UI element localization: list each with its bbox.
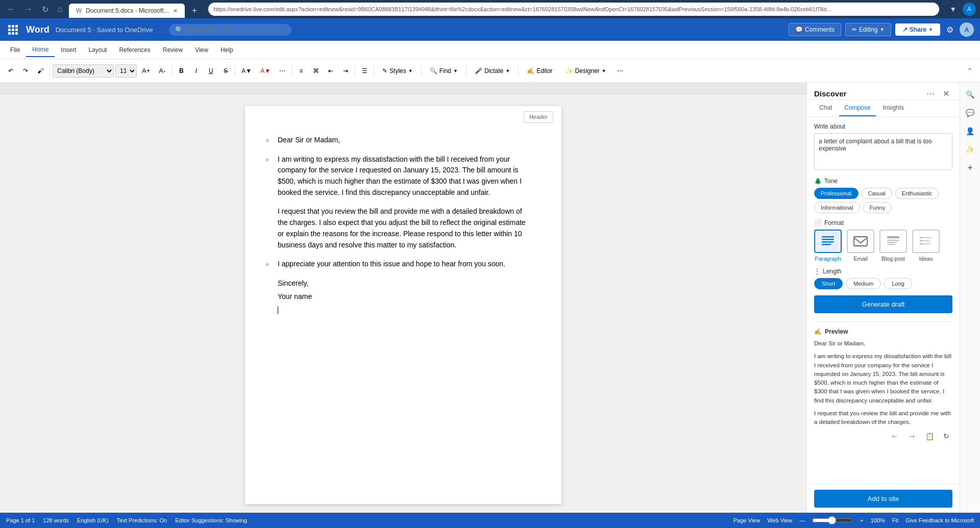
pencil-icon: ✏ (852, 26, 857, 33)
format-email[interactable]: Email (847, 230, 874, 262)
tab-help[interactable]: Help (214, 43, 239, 57)
browser-tab-active[interactable]: W Document 5.docx - Microsoft... ✕ (69, 4, 185, 18)
tab-review[interactable]: Review (157, 43, 189, 57)
discover-more-btn[interactable]: ⋯ (923, 88, 938, 99)
format-blogpost[interactable]: Blog post (879, 230, 907, 262)
font-color-btn[interactable]: A▼ (257, 64, 274, 78)
svg-rect-4 (854, 237, 867, 246)
doc-text-3: I request that you review the bill and p… (278, 207, 526, 248)
browser-profile-btn[interactable]: A (963, 3, 976, 16)
tone-chip-funny[interactable]: Funny (863, 202, 892, 213)
diamond-icon-4: ◆ (265, 260, 270, 268)
toolbar-sep-6 (374, 66, 374, 76)
browser-back-btn[interactable]: ← (4, 3, 18, 16)
numbered-btn[interactable]: ⌘ (309, 64, 323, 78)
preview-copy-btn[interactable]: 📋 (922, 431, 937, 441)
tone-chip-professional[interactable]: Professional (814, 188, 859, 199)
toolbar-more-right-btn[interactable]: ⋯ (614, 64, 627, 78)
font-increase-btn[interactable]: A+ (138, 64, 154, 78)
browser-forward-btn[interactable]: → (21, 3, 36, 16)
browser-home-btn[interactable]: ⌂ (55, 3, 66, 16)
font-size-select[interactable]: 11 (115, 64, 137, 78)
underline-btn[interactable]: U (204, 64, 217, 78)
share-btn[interactable]: ↗ Share ▼ (895, 23, 940, 36)
format-ideas[interactable]: Ideas (912, 230, 940, 262)
dictate-btn[interactable]: 🎤 Dictate ▼ (469, 64, 516, 78)
doc-paragraph-2: ◆ I am writing to express my dissatisfac… (278, 154, 529, 198)
preview-next-btn[interactable]: → (905, 431, 919, 442)
tone-chip-casual[interactable]: Casual (862, 188, 892, 199)
generate-draft-btn[interactable]: Generate draft (814, 295, 952, 313)
tab-close-icon[interactable]: ✕ (173, 8, 178, 14)
highlight-btn[interactable]: A▼ (238, 64, 255, 78)
designer-btn[interactable]: ✨ Designer ▼ (560, 64, 612, 78)
strikethrough-btn[interactable]: S (219, 64, 232, 78)
bold-btn[interactable]: B (175, 64, 188, 78)
rs-search-icon[interactable]: 🔍 (963, 87, 978, 102)
document-area[interactable]: Header ◆ Dear Sir or Madam, ◆ I am writi… (0, 83, 806, 513)
align-btn[interactable]: ☰ (358, 64, 371, 78)
feedback-btn[interactable]: Give Feedback to Microsoft (905, 517, 974, 523)
tab-home[interactable]: Home (26, 43, 55, 57)
preview-prev-btn[interactable]: ← (888, 431, 902, 442)
undo-btn[interactable]: ↶ (4, 64, 17, 78)
styles-btn[interactable]: ✎ Styles ▼ (377, 64, 419, 78)
tab-file[interactable]: File (4, 43, 26, 57)
tab-chat[interactable]: Chat (814, 100, 837, 116)
bullets-btn[interactable]: ≡ (295, 64, 308, 78)
add-to-site-btn[interactable]: Add to site (814, 490, 952, 508)
font-decrease-btn[interactable]: A- (155, 64, 169, 78)
editing-btn[interactable]: ✏ Editing ▼ (845, 23, 891, 36)
browser-tab-new[interactable]: + (188, 4, 202, 18)
waffle-icon[interactable] (6, 23, 20, 37)
comments-btn[interactable]: 💬 Comments (789, 23, 841, 36)
user-avatar[interactable]: A (960, 22, 974, 37)
format-painter-btn[interactable]: 🖌 (34, 64, 47, 78)
toolbar-more-btn[interactable]: ⋯ (276, 64, 289, 78)
tone-chip-enthusiastic[interactable]: Enthusiastic (895, 188, 939, 199)
toolbar-sep-3 (235, 66, 235, 76)
zoom-plus-btn[interactable]: + (860, 517, 863, 523)
svg-rect-3 (822, 244, 831, 245)
tab-insights[interactable]: Insights (878, 100, 909, 116)
preview-refresh-btn[interactable]: ↻ (940, 431, 952, 441)
search-input[interactable] (186, 26, 268, 33)
length-chip-short[interactable]: Short (814, 278, 843, 289)
rs-star-icon[interactable]: ✨ (963, 142, 978, 157)
rs-comment-icon[interactable]: 💬 (963, 105, 978, 120)
tab-references[interactable]: References (113, 43, 156, 57)
fit-btn[interactable]: Fit (892, 517, 898, 523)
zoom-minus-btn[interactable]: — (799, 517, 805, 523)
view-web-btn[interactable]: Web View (767, 517, 792, 523)
tab-insert[interactable]: Insert (55, 43, 82, 57)
rs-user-icon[interactable]: 👤 (963, 123, 978, 139)
browser-extensions-btn[interactable]: ▼ (946, 3, 960, 15)
find-btn[interactable]: 🔍 Find ▼ (424, 64, 463, 78)
cursor-line[interactable] (278, 306, 529, 315)
ribbon-search[interactable]: 🔍 (169, 24, 291, 36)
document-paper[interactable]: Header ◆ Dear Sir or Madam, ◆ I am writi… (245, 106, 561, 504)
zoom-slider[interactable] (812, 516, 853, 524)
editor-btn[interactable]: ✍ Editor (521, 64, 558, 78)
browser-refresh-btn[interactable]: ↻ (39, 3, 52, 16)
indent-decrease-btn[interactable]: ⇤ (324, 64, 337, 78)
tone-chip-informational[interactable]: Informational (814, 202, 860, 213)
length-chip-medium[interactable]: Medium (846, 278, 881, 289)
write-about-input[interactable]: a letter of complaint about a bill that … (814, 133, 952, 170)
tab-layout[interactable]: Layout (82, 43, 113, 57)
collapse-ribbon-btn[interactable]: ⌃ (964, 65, 976, 77)
settings-icon[interactable]: ⚙ (944, 23, 955, 37)
indent-increase-btn[interactable]: ⇥ (339, 64, 352, 78)
format-paragraph[interactable]: Paragraph (814, 230, 842, 262)
tab-view[interactable]: View (189, 43, 214, 57)
text-cursor (278, 306, 278, 314)
rs-add-icon[interactable]: + (963, 160, 978, 175)
discover-close-btn[interactable]: ✕ (940, 88, 952, 99)
italic-btn[interactable]: I (189, 64, 203, 78)
address-bar[interactable]: https://onedrive.live.com/edit.aspx?acti… (208, 3, 939, 16)
tab-compose[interactable]: Compose (839, 100, 875, 116)
length-chip-long[interactable]: Long (884, 278, 912, 289)
font-family-select[interactable]: Calibri (Body) (53, 64, 114, 78)
redo-btn[interactable]: ↷ (19, 64, 32, 78)
view-page-btn[interactable]: Page View (733, 517, 760, 523)
